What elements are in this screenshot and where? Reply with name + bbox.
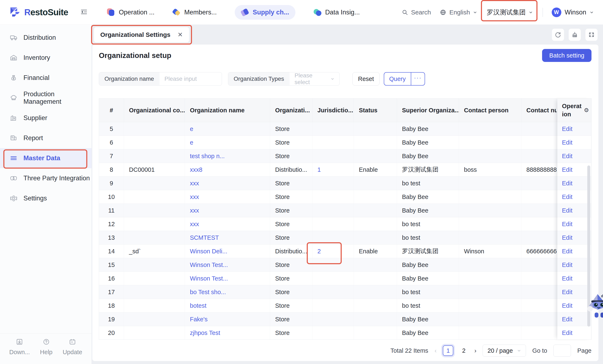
refresh-button[interactable] <box>552 29 564 41</box>
edit-link[interactable]: Edit <box>562 330 572 336</box>
download-button[interactable]: Down... <box>9 338 30 356</box>
next-page-icon[interactable]: › <box>474 347 476 354</box>
menu-item-members[interactable]: Members... <box>173 8 217 16</box>
update-button[interactable]: Update <box>63 338 82 356</box>
table-cell: Edit <box>557 299 591 312</box>
edit-link[interactable]: Edit <box>562 262 572 268</box>
sidebar-item-financial[interactable]: Financial <box>0 68 92 88</box>
cell-status <box>354 231 397 244</box>
jurisdiction-link[interactable]: 1 <box>317 166 321 173</box>
org-name-link[interactable]: Winson Test... <box>190 262 228 268</box>
sidebar-item-inventory[interactable]: Inventory <box>0 48 92 68</box>
table-cell: xxx <box>185 204 270 217</box>
clean-button[interactable] <box>569 29 581 41</box>
cell-code <box>124 149 185 163</box>
cell-type: Store <box>270 217 312 231</box>
org-name-link[interactable]: test shop n... <box>190 153 225 160</box>
language-switcher[interactable]: English <box>440 9 477 16</box>
query-button[interactable]: Query <box>384 73 411 85</box>
cell-superior: Baby Bee <box>397 326 459 340</box>
org-name-link[interactable]: xxx <box>190 194 199 200</box>
edit-link[interactable]: Edit <box>562 207 572 214</box>
table-cell: Winson Deli... <box>185 244 270 258</box>
org-name-link[interactable]: xxx8 <box>190 166 202 173</box>
edit-link[interactable]: Edit <box>562 166 572 173</box>
fullscreen-button[interactable] <box>585 29 598 41</box>
jurisdiction-link[interactable]: 2 <box>317 248 321 255</box>
sidebar-item-three-party[interactable]: Three Party Integration <box>0 168 92 188</box>
sidebar-item-supplier[interactable]: Supplier <box>0 108 92 128</box>
edit-link[interactable]: Edit <box>562 194 572 200</box>
close-icon[interactable]: ✕ <box>178 31 183 38</box>
org-name-link[interactable]: bo Test sho... <box>190 289 226 296</box>
sidebar-item-report[interactable]: Report <box>0 128 92 148</box>
org-name-link[interactable]: zjhpos Test <box>190 330 220 336</box>
menu-item-operation[interactable]: Operation ... <box>107 8 154 16</box>
edit-link[interactable]: Edit <box>562 275 572 282</box>
cell-type: Store <box>270 326 312 340</box>
organization-name-input[interactable]: Please input <box>160 72 222 85</box>
org-name-link[interactable]: xxx <box>190 207 199 214</box>
chevron-down-icon <box>473 10 477 14</box>
org-switcher[interactable]: 罗汉测试集团 <box>486 8 534 17</box>
org-name-link[interactable]: Winson Test... <box>190 275 228 282</box>
cell-status <box>354 176 397 190</box>
org-name-link[interactable]: Winson Deli... <box>190 248 227 255</box>
edit-link[interactable]: Edit <box>562 316 572 323</box>
chevron-down-icon <box>331 77 334 81</box>
reset-button[interactable]: Reset <box>352 72 380 86</box>
cell-number <box>521 231 557 244</box>
prev-page-icon[interactable]: ‹ <box>434 347 437 354</box>
table-cell: bo Test sho... <box>185 285 270 299</box>
globe-icon <box>440 9 446 16</box>
global-search[interactable]: Search <box>402 9 431 16</box>
table-cell: Edit <box>557 204 591 217</box>
goto-page-input[interactable] <box>553 344 571 357</box>
sidebar-footer: Down... Help Update <box>0 333 92 364</box>
sidebar-item-distribution[interactable]: Distribution <box>0 28 92 48</box>
cell-number <box>521 136 557 149</box>
cell-superior: Baby Bee <box>397 258 459 272</box>
user-menu[interactable]: W Winson <box>552 8 594 17</box>
org-name-link[interactable]: SCMTEST <box>190 234 219 241</box>
table-row: 17bo Test sho...Storebo testEdit <box>99 285 591 299</box>
sidebar-item-master-data[interactable]: Master Data <box>0 148 92 168</box>
menu-item-data-insights[interactable]: Data Insig... <box>313 8 360 16</box>
column-settings-icon[interactable]: ⚙ <box>584 107 589 114</box>
assistant-mascot[interactable] <box>587 293 603 320</box>
org-name-link[interactable]: botest <box>190 302 207 309</box>
page-1-button[interactable]: 1 <box>443 345 453 356</box>
org-name-link[interactable]: Fake's <box>190 316 208 323</box>
edit-link[interactable]: Edit <box>562 139 572 146</box>
nav-right-group: Search English 罗汉测试集团 W Winson <box>402 8 594 17</box>
page-2-button[interactable]: 2 <box>460 347 468 354</box>
menu-item-supply-chain[interactable]: Supply ch... <box>235 5 295 20</box>
sidebar-item-production[interactable]: Production Management <box>0 88 92 108</box>
edit-link[interactable]: Edit <box>562 234 572 241</box>
org-name-link[interactable]: xxx <box>190 180 199 187</box>
edit-link[interactable]: Edit <box>562 221 572 228</box>
cell-superior: Baby Bee <box>397 204 459 217</box>
edit-link[interactable]: Edit <box>562 153 572 160</box>
edit-link[interactable]: Edit <box>562 289 572 296</box>
org-name-link[interactable]: xxx <box>190 221 199 228</box>
org-name-link[interactable]: e <box>190 139 193 146</box>
tab-organizational-settings[interactable]: Organizational Settings ✕ <box>94 27 189 42</box>
cell-index: 8 <box>99 163 124 176</box>
cell-code: DC00001 <box>124 163 185 176</box>
collapse-sidebar-icon[interactable] <box>80 8 88 17</box>
batch-setting-button[interactable]: Batch setting <box>542 49 591 62</box>
panel-header: Organizational setup Batch setting <box>99 44 591 66</box>
edit-link[interactable]: Edit <box>562 302 572 309</box>
sidebar-item-settings[interactable]: Settings <box>0 188 92 208</box>
table-cell: SCMTEST <box>185 231 270 244</box>
edit-link[interactable]: Edit <box>562 248 572 255</box>
col-operation: Operation⚙ <box>557 99 591 122</box>
edit-link[interactable]: Edit <box>562 125 572 132</box>
organization-types-select[interactable]: Please select <box>290 72 339 85</box>
page-size-select[interactable]: 20 / page <box>483 344 526 357</box>
org-name-link[interactable]: e <box>190 125 193 132</box>
more-actions-button[interactable]: ··· <box>411 73 425 85</box>
edit-link[interactable]: Edit <box>562 180 572 187</box>
help-button[interactable]: Help <box>40 338 53 356</box>
